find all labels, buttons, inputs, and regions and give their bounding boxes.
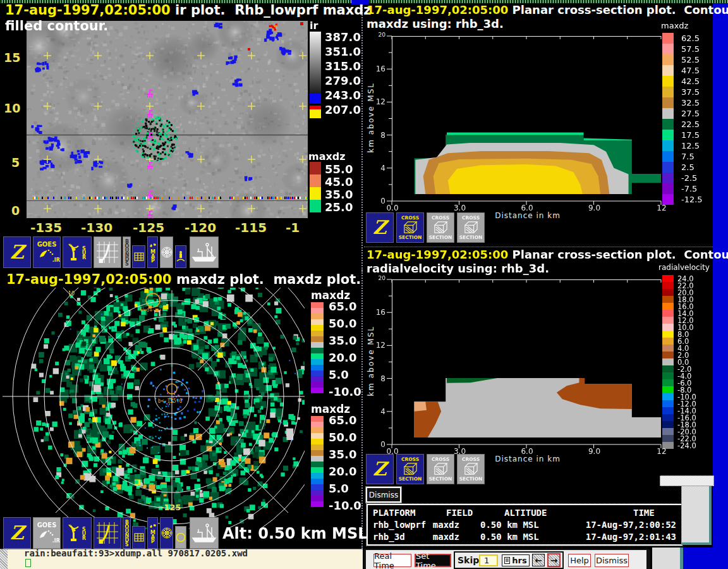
zebra-display-screen: 17-aug-1997,02:05:00 ir plot. Rhb_lowprf… (0, 0, 728, 569)
time-control-bar: Real Time Set Time Skip 1 hrs ← → Help D… (364, 549, 650, 569)
zebra-logo-button[interactable]: Z (366, 212, 394, 243)
zebra-z-icon: Z (373, 218, 387, 237)
zebra-logo-button[interactable]: Z (366, 454, 394, 484)
terminal-window[interactable]: rain:beaufait:93>xdump.all 970817.0205.x… (0, 549, 363, 569)
xsec-radvel-ytick: 16 (372, 308, 385, 317)
ir-satellite-image[interactable] (27, 21, 308, 218)
cross-section-button[interactable]: CROSS SECTION (457, 454, 485, 484)
colorbar-tick-label: 2.5 (681, 162, 695, 172)
goes-ir-button[interactable]: GOES .IR (33, 517, 61, 549)
radar-antenna-icon (68, 243, 80, 262)
grid-small-button[interactable] (132, 526, 145, 549)
xsec-maxdz-xtick: 9.0 (586, 204, 603, 212)
right-arrow-icon: → (550, 555, 558, 565)
grid-radar-icon (95, 520, 119, 546)
buoy-icon (176, 250, 185, 263)
ship-button[interactable] (190, 236, 219, 268)
step-back-button[interactable]: ← (532, 554, 545, 566)
cross-section-button[interactable]: CROSS SECTION (427, 212, 454, 243)
cross-section-button[interactable]: CROSS SECTION (427, 454, 454, 484)
background-window-strip (660, 475, 714, 486)
colorbar-tick-label: 279.0 (325, 74, 361, 87)
colorbar-tick-label: 62.5 (681, 34, 700, 43)
zebra-logo-button[interactable]: Z (3, 236, 31, 268)
xsec-radvel-xtick: 9.0 (586, 447, 603, 456)
grid-icon (134, 252, 144, 261)
grid-radar-icon (95, 240, 119, 265)
ir-ytick-10: 10 (4, 101, 20, 115)
set-time-button[interactable]: Set Time (415, 554, 451, 567)
xsec-radvel-colorbar: radialvelocity 24.022.020.018.016.014.01… (657, 263, 713, 459)
surveillance-radar-button[interactable]: SUR (63, 236, 92, 268)
hrs-button[interactable]: hrs (502, 554, 530, 566)
skip-value-input[interactable]: 1 (479, 554, 498, 566)
step-forward-button[interactable]: → (547, 553, 561, 567)
xsec-maxdz-plot[interactable] (387, 30, 666, 211)
colorbar-tick-label: -10.0 (329, 385, 361, 398)
colorbar-tick-label: 315.0 (325, 59, 361, 73)
map-button[interactable]: MAP (147, 517, 158, 549)
xsec-maxdz-colorbar: maxdz 62.557.552.547.542.537.532.527.522… (660, 21, 713, 211)
polar-grid-button[interactable] (160, 236, 173, 268)
dismiss-control-button[interactable]: Dismiss (595, 554, 629, 567)
polar-grid-icon (161, 527, 173, 539)
buoy-button[interactable] (175, 245, 186, 268)
table-row: rhb_3dmaxdz0.50 km MSL17-Aug-97,2:01:43 (373, 531, 676, 543)
xsec-maxdz-xtick: 12 (653, 204, 670, 212)
colorbar-tick-label: 22.5 (681, 119, 700, 129)
xsec-radvel-ytick: 4 (372, 407, 385, 416)
colorbar-tick-label: 12.5 (681, 141, 700, 150)
cross-section-button[interactable]: CROSS SECTION (457, 212, 485, 243)
colorbar-tick-label: 50.0 (329, 431, 356, 444)
ship-icon (191, 240, 217, 264)
grid-radar-button[interactable] (94, 236, 121, 268)
satellite-dish-icon (39, 529, 55, 539)
background-window-corner (652, 548, 680, 569)
desktop-top-accent (351, 0, 369, 4)
xsec-maxdz-ytick: 4 (372, 164, 385, 173)
terminal-window-edge (0, 549, 8, 569)
table-row: PLATFORMFIELDALTITUDETIME (373, 507, 676, 519)
dismiss-button[interactable]: Dismiss (366, 487, 401, 503)
cross-section-cube-icon (403, 462, 418, 476)
background-window-scrollbar[interactable] (681, 486, 712, 545)
zebra-logo-button[interactable]: Z (3, 517, 31, 549)
xsec-maxdz-ylabel: km above MSL (367, 82, 375, 153)
grid-small-button[interactable] (132, 245, 145, 268)
colorbar-tick-label: -2.5 (681, 173, 697, 183)
ir-ytick-0: 0 (11, 204, 20, 217)
xsec-radvel-ytick: 20 (372, 275, 385, 281)
map-button[interactable]: MAP (147, 236, 158, 268)
polar-grid-icon (161, 247, 173, 258)
ship-button[interactable] (190, 517, 219, 549)
surveillance-radar-button[interactable]: SUR (63, 517, 92, 549)
xsec-radvel-ytick: 0 (372, 440, 385, 449)
ir-plot-title: 17-aug-1997,02:05:00 ir plot. Rhb_lowprf… (5, 3, 372, 18)
real-time-button[interactable]: Real Time (373, 554, 411, 567)
cross-section-cube-icon (433, 221, 448, 235)
goes-ir-button[interactable]: GOES .IR (33, 236, 61, 268)
polar-grid-button[interactable] (160, 517, 173, 549)
colorbar-tick-label: 50.0 (329, 317, 356, 330)
ppi-radar-display[interactable] (3, 288, 305, 529)
ir-plot-title-line2: filled contour. (5, 18, 108, 34)
control-bar-divider (646, 550, 650, 569)
xsec-radvel-plot[interactable] (387, 274, 666, 455)
bounds-button[interactable]: BOUNDS (123, 517, 131, 549)
colorbar-tick-label: 20.0 (329, 351, 356, 364)
cross-section-button-active[interactable]: CROSS SECTION (396, 212, 424, 243)
colorbar-tick-label: 47.5 (681, 66, 700, 75)
cross-section-cube-icon (463, 221, 478, 235)
help-button[interactable]: Help (568, 554, 591, 567)
colorbar-tick-label: 243.0 (325, 89, 361, 102)
colorbar-tick-label: 55.0 (325, 162, 353, 176)
colorbar-tick-label: 27.5 (681, 109, 700, 118)
bounds-button[interactable]: BOUNDS (123, 236, 131, 268)
colorbar-tick-label: 37.5 (681, 87, 700, 97)
cross-section-button-active[interactable]: CROSS SECTION (396, 454, 424, 484)
document-icon (504, 557, 510, 564)
colorbar-tick-label: -24.0 (677, 441, 696, 450)
circle-button[interactable] (175, 526, 186, 549)
colorbar-tick-label: 387.0 (325, 30, 361, 44)
grid-radar-button[interactable] (94, 517, 121, 549)
